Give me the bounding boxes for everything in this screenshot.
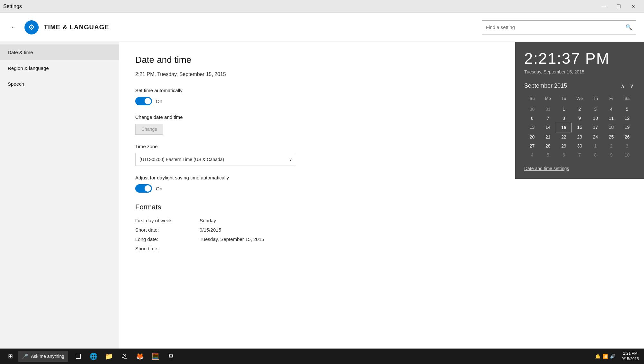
taskbar-app-edge[interactable]: 🌐 (86, 349, 101, 364)
calendar-day-12[interactable]: 12 (619, 114, 635, 123)
calendar-day-7-other[interactable]: 7 (572, 150, 587, 159)
taskbar-search[interactable]: 🎤 Ask me anything (18, 351, 68, 362)
calendar-header: September 2015 ∧ ∨ (524, 82, 635, 90)
timezone-select-wrapper[interactable]: (UTC-05:00) Eastern Time (US & Canada) ∨ (135, 153, 296, 166)
day-header-tu: Tu (556, 95, 572, 102)
titlebar-left: Settings (3, 4, 22, 9)
taskbar-app-taskview[interactable]: ❑ (71, 349, 86, 364)
timezone-value: (UTC-05:00) Eastern Time (US & Canada) (139, 157, 289, 162)
calendar-day-2[interactable]: 2 (572, 105, 587, 114)
calendar-day-9-other[interactable]: 9 (603, 150, 619, 159)
wifi-icon[interactable]: 📶 (602, 354, 608, 359)
taskbar-clock-display: 2:21 PM 9/15/2015 (622, 351, 639, 362)
taskbar-app-settings[interactable]: ⚙ (164, 349, 178, 364)
calendar-day-28[interactable]: 28 (540, 141, 556, 150)
taskbar-search-text: Ask me anything (31, 354, 64, 359)
calendar-day-19[interactable]: 19 (619, 123, 635, 132)
calendar-day-13[interactable]: 13 (524, 123, 540, 132)
calendar-day-3-other[interactable]: 3 (619, 141, 635, 150)
calendar-day-8-other[interactable]: 8 (588, 150, 603, 159)
calendar-day-2-other[interactable]: 2 (603, 141, 619, 150)
close-button[interactable]: ✕ (626, 0, 641, 13)
calendar-day-5-other[interactable]: 5 (540, 150, 556, 159)
volume-icon[interactable]: 🔊 (610, 354, 615, 359)
calendar-day-1-other[interactable]: 1 (588, 141, 603, 150)
taskbar-app-store[interactable]: 🛍 (117, 349, 132, 364)
clock-time: 2:21:37 PM (524, 50, 635, 67)
header: ← ⚙ TIME & LANGUAGE 🔍 (0, 13, 644, 42)
sidebar-item-date-time[interactable]: Date & time (0, 44, 119, 60)
short-time-label: Short time: (135, 246, 200, 251)
calendar-day-26[interactable]: 26 (619, 132, 635, 141)
start-button[interactable]: ⊞ (3, 349, 18, 364)
sidebar-item-region-language[interactable]: Region & language (0, 60, 119, 76)
calendar-day-23[interactable]: 23 (572, 132, 587, 141)
taskbar-apps: ❑ 🌐 📁 🛍 🦊 🧮 ⚙ (71, 349, 178, 364)
calendar-day-4-other[interactable]: 4 (524, 150, 540, 159)
sidebar-item-date-time-label: Date & time (8, 50, 33, 55)
minimize-button[interactable]: — (596, 0, 611, 13)
calendar-day-10[interactable]: 10 (588, 114, 603, 123)
calendar-day-17[interactable]: 17 (588, 123, 603, 132)
calendar-days: 3031123456789101112131415161718192021222… (524, 105, 635, 159)
calendar-day-30[interactable]: 30 (572, 141, 587, 150)
calendar-day-30-other[interactable]: 30 (524, 105, 540, 114)
formats-title: Formats (135, 203, 628, 211)
daylight-toggle[interactable] (135, 184, 152, 193)
taskbar-date: 9/15/2015 (622, 356, 639, 362)
search-box[interactable]: 🔍 (482, 20, 636, 34)
calendar-day-31-other[interactable]: 31 (540, 105, 556, 114)
calendar-day-18[interactable]: 18 (603, 123, 619, 132)
calendar-day-24[interactable]: 24 (588, 132, 603, 141)
calendar-day-14[interactable]: 14 (540, 123, 556, 132)
notification-icon[interactable]: 🔔 (595, 354, 601, 359)
taskbar-app-calc[interactable]: 🧮 (148, 349, 163, 364)
calendar-day-29[interactable]: 29 (556, 141, 572, 150)
calendar-next-button[interactable]: ∨ (629, 82, 635, 90)
calendar-day-1[interactable]: 1 (556, 105, 572, 114)
long-date-row: Long date: Tuesday, September 15, 2015 (135, 236, 628, 242)
long-date-label: Long date: (135, 236, 200, 242)
day-header-mo: Mo (540, 95, 556, 102)
sidebar-item-speech[interactable]: Speech (0, 76, 119, 92)
calendar-day-9[interactable]: 9 (572, 114, 587, 123)
taskbar-app-firefox[interactable]: 🦊 (133, 349, 147, 364)
main-layout: Date & time Region & language Speech Dat… (0, 42, 644, 364)
calendar-day-6[interactable]: 6 (524, 114, 540, 123)
calendar-prev-button[interactable]: ∧ (620, 82, 626, 90)
sidebar: Date & time Region & language Speech (0, 42, 119, 364)
calendar-day-7[interactable]: 7 (540, 114, 556, 123)
calendar-day-6-other[interactable]: 6 (556, 150, 572, 159)
calendar-day-8[interactable]: 8 (556, 114, 572, 123)
set-time-auto-toggle[interactable] (135, 97, 152, 105)
calendar-day-4[interactable]: 4 (603, 105, 619, 114)
chevron-down-icon: ∨ (289, 157, 292, 162)
back-button[interactable]: ← (8, 22, 19, 33)
calendar-day-25[interactable]: 25 (603, 132, 619, 141)
taskbar-app-explorer[interactable]: 📁 (102, 349, 117, 364)
calendar-day-15[interactable]: 15 (556, 123, 572, 132)
short-date-value: 9/15/2015 (200, 227, 221, 233)
calendar-day-3[interactable]: 3 (588, 105, 603, 114)
change-button[interactable]: Change (135, 124, 163, 135)
clock-popup: 2:21:37 PM Tuesday, September 15, 2015 S… (515, 42, 644, 179)
search-icon: 🔍 (626, 24, 632, 30)
calendar-navigation: ∧ ∨ (620, 82, 635, 90)
calendar-day-21[interactable]: 21 (540, 132, 556, 141)
taskbar: ⊞ 🎤 Ask me anything ❑ 🌐 📁 🛍 🦊 🧮 ⚙ 🔔 📶 🔊 … (0, 349, 644, 364)
search-input[interactable] (486, 24, 626, 30)
date-time-settings-link[interactable]: Date and time settings (524, 166, 635, 171)
clock-date: Tuesday, September 15, 2015 (524, 69, 635, 74)
first-day-value: Sunday (200, 218, 216, 223)
set-time-auto-value: On (156, 99, 162, 104)
calendar-day-11[interactable]: 11 (603, 114, 619, 123)
calendar-day-27[interactable]: 27 (524, 141, 540, 150)
calendar-day-10-other[interactable]: 10 (619, 150, 635, 159)
calendar-day-5[interactable]: 5 (619, 105, 635, 114)
calendar-day-22[interactable]: 22 (556, 132, 572, 141)
first-day-label: First day of week: (135, 218, 200, 223)
calendar-day-16[interactable]: 16 (572, 123, 587, 132)
maximize-button[interactable]: ❐ (611, 0, 626, 13)
taskbar-clock[interactable]: 2:21 PM 9/15/2015 (619, 349, 641, 364)
calendar-day-20[interactable]: 20 (524, 132, 540, 141)
